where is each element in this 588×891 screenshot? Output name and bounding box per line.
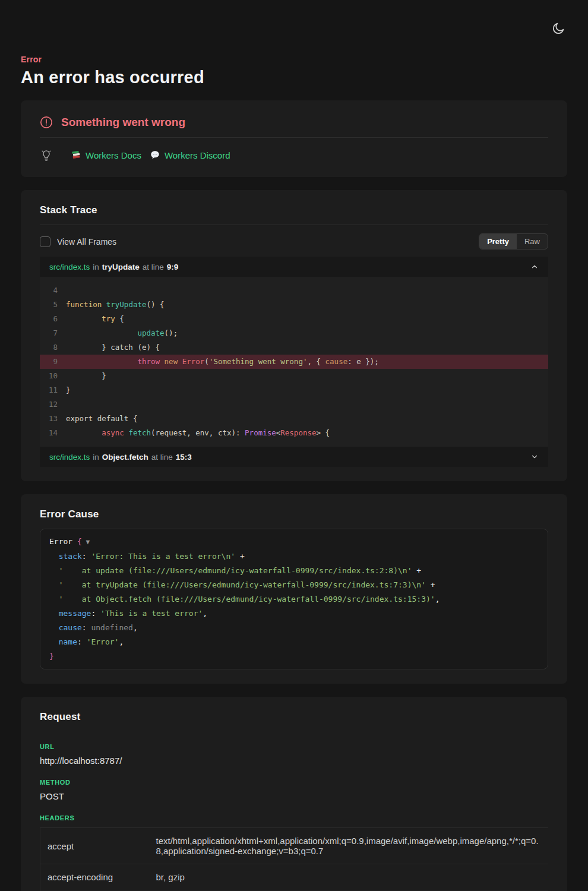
stack-trace-toolbar: View All Frames Pretty Raw (40, 233, 548, 249)
code-token: 'Error: This is a test error\n' (91, 552, 235, 561)
line-number: 4 (40, 283, 58, 298)
collapse-triangle-icon[interactable]: ▼ (82, 538, 90, 546)
code-text: } (66, 383, 71, 397)
request-card: Request URL http://localhost:8787/ METHO… (21, 697, 567, 891)
pretty-button[interactable]: Pretty (479, 234, 517, 249)
request-url-group: URL http://localhost:8787/ (40, 743, 548, 766)
error-page: Error An error has occurred Something we… (0, 0, 588, 891)
request-method-group: METHOD POST (40, 779, 548, 801)
code-token: { (77, 537, 82, 546)
line-number: 6 (40, 312, 58, 326)
view-all-frames-label: View All Frames (57, 237, 116, 247)
error-summary-title: Something went wrong (61, 116, 185, 129)
moon-icon (551, 21, 565, 36)
line-number: 7 (40, 326, 58, 340)
header-row: accept-encodingbr, gzip (40, 864, 549, 890)
code-line: 10 } (40, 369, 548, 383)
code-token: stack (59, 552, 82, 561)
raw-button[interactable]: Raw (517, 234, 548, 249)
support-links: Workers Docs Workers Discord (40, 146, 548, 163)
frame-file-name: src/index.ts (49, 453, 90, 462)
frame-line-number: 15:3 (176, 453, 192, 462)
line-number: 14 (40, 426, 58, 440)
line-number: 13 (40, 412, 58, 426)
error-summary-head: Something went wrong (40, 115, 548, 129)
code-token: export default { (66, 414, 137, 423)
code-token: , (203, 609, 207, 618)
code-token: : e }); (347, 357, 379, 366)
code-token: , (435, 595, 440, 604)
code-token (49, 609, 59, 618)
error-eyebrow: Error (21, 55, 567, 64)
code-token: , (133, 623, 138, 632)
dark-mode-toggle-button[interactable] (550, 20, 567, 37)
error-cause-line: message: 'This is a test error', (49, 606, 539, 621)
code-token: > { (317, 428, 330, 437)
chevron-down-icon (530, 453, 539, 461)
code-token: 'Error' (87, 637, 119, 646)
stack-frame-header-2[interactable]: src/index.ts in Object.fetch at line 15:… (40, 447, 548, 467)
error-cause-line: ' at update (file:///Users/edmund/icy-wa… (49, 564, 539, 578)
request-headers-group: HEADERS accepttext/html,application/xhtm… (40, 814, 548, 891)
code-token (66, 328, 137, 337)
code-token: cause (59, 623, 82, 632)
code-token: : (77, 637, 87, 646)
workers-docs-link[interactable]: Workers Docs (71, 150, 141, 160)
summary-divider (40, 137, 548, 138)
frame-in-label: in (93, 453, 99, 462)
code-text: update(); (66, 326, 178, 340)
error-cause-object-viewer: Error { ▼ stack: 'Error: This is a test … (40, 529, 548, 669)
error-cause-line: Error { ▼ (49, 535, 539, 549)
code-token: undefined (91, 623, 132, 632)
code-token: message (59, 609, 91, 618)
code-token: 'This is a test error' (100, 609, 203, 618)
code-token: : (82, 623, 91, 632)
frame-at-line-label: at line (151, 453, 173, 462)
stack-frame-header-1[interactable]: src/index.ts in tryUpdate at line 9:9 (40, 257, 548, 277)
page-header: Error An error has occurred (21, 0, 567, 87)
view-all-frames-checkbox[interactable] (40, 236, 50, 247)
header-value: br, gzip (150, 864, 549, 890)
lightbulb-icon (40, 148, 53, 162)
code-token: + (426, 580, 435, 589)
line-number: 11 (40, 383, 58, 397)
error-cause-line: ' at Object.fetch (file:///Users/edmund/… (49, 592, 539, 606)
method-label: METHOD (40, 779, 548, 786)
code-token: (request, env, ctx): (151, 428, 245, 437)
request-heading: Request (40, 711, 548, 723)
code-line: 14 async fetch(request, env, ctx): Promi… (40, 426, 548, 440)
code-token: fetch (128, 428, 151, 437)
url-label: URL (40, 743, 548, 750)
code-token: + (412, 566, 421, 575)
workers-discord-link[interactable]: Workers Discord (150, 150, 230, 160)
chevron-up-icon (530, 263, 539, 271)
code-token: } (66, 371, 106, 380)
headers-label: HEADERS (40, 814, 548, 822)
view-all-frames-control: View All Frames (40, 236, 116, 247)
code-token: } (49, 652, 54, 661)
error-cause-line: name: 'Error', (49, 635, 539, 649)
code-token (49, 623, 59, 632)
code-token: , (119, 637, 124, 646)
code-line: 6 try { (40, 312, 548, 326)
header-name: accept (40, 828, 150, 864)
code-token: cause (325, 357, 348, 366)
code-token (102, 300, 106, 309)
code-token: { (115, 314, 124, 323)
code-token (160, 357, 165, 366)
line-number: 5 (40, 298, 58, 312)
code-token: function (66, 300, 102, 309)
code-token (66, 314, 102, 323)
frame-in-label: in (93, 263, 99, 271)
error-cause-line: ' at tryUpdate (file:///Users/edmund/icy… (49, 578, 539, 592)
error-cause-line: } (49, 649, 539, 663)
code-token: ' at tryUpdate (file:///Users/edmund/icy… (59, 580, 426, 589)
code-token: } catch (e) { (66, 343, 160, 352)
code-token: try (102, 314, 115, 323)
code-token: 'Something went wrong' (209, 357, 308, 366)
code-line: 12 (40, 397, 548, 412)
highlighted-code-line: 9 throw new Error('Something went wrong'… (40, 355, 548, 369)
code-token: name (59, 637, 77, 646)
error-summary-card: Something went wrong Workers Docs Worker… (21, 100, 567, 177)
alert-circle-icon (40, 116, 53, 129)
